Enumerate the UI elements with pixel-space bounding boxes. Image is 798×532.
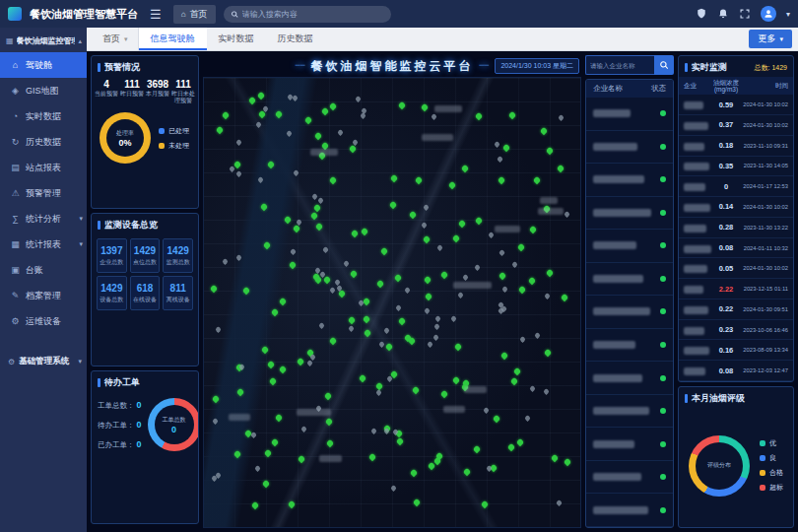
map-marker-offline[interactable] xyxy=(501,286,508,293)
more-button[interactable]: 更多 ▾ xyxy=(749,30,792,48)
map-marker-online[interactable] xyxy=(329,102,337,110)
map-marker-online[interactable] xyxy=(564,458,571,466)
company-row[interactable] xyxy=(586,494,673,527)
map-marker-online[interactable] xyxy=(452,376,460,384)
map-marker-online[interactable] xyxy=(544,349,552,357)
sidebar-item-台账[interactable]: ▣台账 xyxy=(0,257,87,283)
map-marker-online[interactable] xyxy=(473,445,481,453)
map-marker-offline[interactable] xyxy=(534,332,541,339)
map-marker-offline[interactable] xyxy=(431,113,437,120)
map-marker-online[interactable] xyxy=(274,109,282,117)
map-marker-offline[interactable] xyxy=(390,485,397,492)
map-marker-offline[interactable] xyxy=(337,129,344,136)
map-marker-offline[interactable] xyxy=(222,258,229,265)
map-marker-online[interactable] xyxy=(398,101,406,109)
realtime-row[interactable]: 0.232023-10-06 16:46 xyxy=(679,320,793,341)
map-marker-offline[interactable] xyxy=(424,307,431,314)
map-marker-offline[interactable] xyxy=(421,222,428,229)
map-marker-online[interactable] xyxy=(267,161,275,168)
global-search-input[interactable] xyxy=(242,10,384,19)
map-marker-online[interactable] xyxy=(440,390,448,398)
map-marker-offline[interactable] xyxy=(499,249,505,256)
map-marker-online[interactable] xyxy=(507,442,515,450)
map-marker-online[interactable] xyxy=(546,268,554,276)
map-marker-online[interactable] xyxy=(454,343,462,351)
map-marker-offline[interactable] xyxy=(457,291,464,298)
map-marker-offline[interactable] xyxy=(497,156,503,163)
map-marker-online[interactable] xyxy=(492,415,499,423)
map-marker-online[interactable] xyxy=(550,453,558,461)
map-marker-online[interactable] xyxy=(312,204,320,212)
map-marker-online[interactable] xyxy=(326,439,334,447)
sidebar-item-运维设备[interactable]: ⚙运维设备 xyxy=(0,308,87,334)
map-marker-online[interactable] xyxy=(461,165,469,172)
company-row[interactable] xyxy=(586,230,673,263)
map-marker-online[interactable] xyxy=(481,499,489,507)
map-marker-online[interactable] xyxy=(261,480,269,488)
map-marker-online[interactable] xyxy=(368,453,376,461)
map-marker-online[interactable] xyxy=(284,216,292,224)
map-marker-online[interactable] xyxy=(262,241,270,249)
map-marker-offline[interactable] xyxy=(436,244,443,251)
map-marker-online[interactable] xyxy=(270,438,278,446)
map-marker-offline[interactable] xyxy=(250,432,257,438)
map-marker-offline[interactable] xyxy=(257,176,264,183)
map-marker-offline[interactable] xyxy=(318,322,325,329)
map-marker-offline[interactable] xyxy=(235,170,242,177)
map-marker-online[interactable] xyxy=(350,270,358,278)
company-row[interactable] xyxy=(586,98,673,131)
map-marker-offline[interactable] xyxy=(488,232,495,238)
realtime-row[interactable]: 0.352023-11-30 14:05 xyxy=(679,157,793,177)
realtime-row[interactable]: 0.592024-01-30 10:02 xyxy=(679,95,793,115)
map-marker-offline[interactable] xyxy=(255,121,262,128)
map-marker-online[interactable] xyxy=(561,294,568,301)
map-marker-online[interactable] xyxy=(540,126,548,134)
realtime-row[interactable]: 0.052024-01-30 10:02 xyxy=(679,258,793,279)
map-marker-online[interactable] xyxy=(475,217,483,225)
map-marker-online[interactable] xyxy=(361,228,368,235)
shield-icon[interactable] xyxy=(696,8,707,20)
sidebar-group-base[interactable]: ⚙ 基础管理系统 ▾ xyxy=(0,350,87,373)
map-marker-offline[interactable] xyxy=(293,169,299,176)
map-marker-online[interactable] xyxy=(212,395,220,403)
company-row[interactable] xyxy=(586,362,673,395)
map-marker-online[interactable] xyxy=(376,280,384,288)
map-marker-offline[interactable] xyxy=(348,324,355,331)
sidebar-item-档案管理[interactable]: ✎档案管理 xyxy=(0,283,87,308)
sidebar-item-站点报表[interactable]: ▤站点报表 xyxy=(0,155,87,180)
map-marker-online[interactable] xyxy=(320,107,328,115)
map-marker-online[interactable] xyxy=(528,276,536,284)
map-marker-online[interactable] xyxy=(251,501,259,509)
map-marker-offline[interactable] xyxy=(322,246,329,253)
map-marker-offline[interactable] xyxy=(212,418,219,425)
map-marker-online[interactable] xyxy=(410,469,418,477)
map-marker-offline[interactable] xyxy=(329,287,336,294)
map-marker-online[interactable] xyxy=(271,307,279,315)
company-row[interactable] xyxy=(586,131,673,165)
chevron-down-icon[interactable]: ▾ xyxy=(786,10,790,19)
map-marker-offline[interactable] xyxy=(383,327,390,334)
map-marker-online[interactable] xyxy=(398,316,406,324)
map-marker-offline[interactable] xyxy=(423,204,430,211)
map-marker-online[interactable] xyxy=(279,297,287,304)
map-marker-offline[interactable] xyxy=(254,465,261,472)
map-marker-online[interactable] xyxy=(267,361,275,368)
sidebar-item-实时数据[interactable]: ◔实时数据 xyxy=(0,103,87,129)
fullscreen-icon[interactable] xyxy=(739,8,751,20)
map-marker-offline[interactable] xyxy=(375,389,382,396)
map-marker-offline[interactable] xyxy=(290,248,297,255)
map-marker-offline[interactable] xyxy=(433,323,440,330)
map-marker-online[interactable] xyxy=(222,111,230,119)
map-marker-offline[interactable] xyxy=(434,315,441,322)
map-marker-offline[interactable] xyxy=(395,304,402,311)
map-marker-offline[interactable] xyxy=(524,415,531,422)
map-marker-online[interactable] xyxy=(463,467,471,475)
map-marker-online[interactable] xyxy=(256,92,264,100)
company-row[interactable] xyxy=(586,263,673,297)
map-marker-online[interactable] xyxy=(500,351,508,359)
map-marker-online[interactable] xyxy=(390,174,398,182)
company-search-input[interactable] xyxy=(585,55,654,75)
map-marker-offline[interactable] xyxy=(300,426,307,432)
map-marker-online[interactable] xyxy=(533,176,541,184)
map-marker-offline[interactable] xyxy=(432,334,439,341)
